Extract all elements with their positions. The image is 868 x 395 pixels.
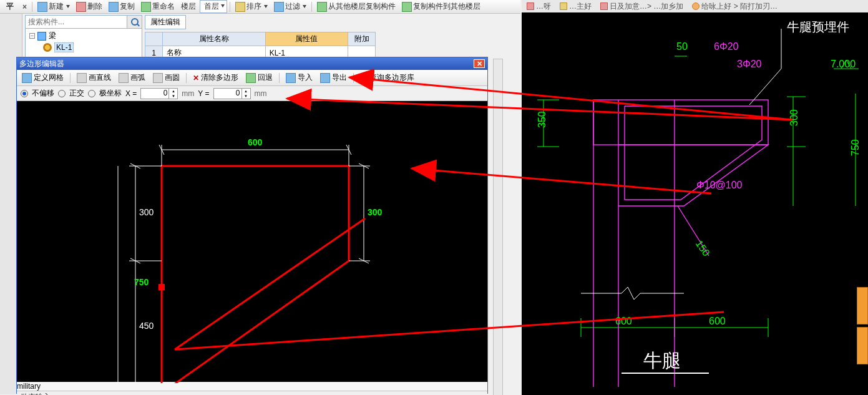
tab-close[interactable]: 平: [1, 1, 19, 12]
y-input[interactable]: 0▲▼: [213, 88, 251, 99]
delete-button[interactable]: 删除: [74, 1, 105, 12]
copy-icon: [109, 2, 119, 12]
tab-icon: [527, 2, 534, 10]
cad-tab-4[interactable]: 给咏上好 > 陌打加刃…: [690, 1, 780, 12]
left-panel: − 梁 KL-1: [25, 15, 142, 59]
sort-button[interactable]: 排序: [233, 1, 270, 12]
import-button[interactable]: 导入: [283, 72, 315, 84]
cad-text-3p20: 3Φ20: [737, 59, 762, 69]
export-icon: [320, 73, 330, 83]
cad-text-50: 50: [676, 41, 688, 52]
cad-tabs: …呀 …主好 日及加意…> …加乡加 给咏上好 > 陌打加刃…: [522, 0, 868, 12]
cad-text-350: 350: [537, 111, 547, 128]
chevron-down-icon: [66, 5, 70, 8]
grid-icon: [22, 73, 32, 83]
undo-button[interactable]: 回退: [243, 72, 275, 84]
spinner[interactable]: ▲▼: [241, 89, 250, 99]
cad-text-p10-100: Φ10@100: [696, 180, 743, 190]
search-icon: [131, 18, 139, 26]
dialog-titlebar[interactable]: 多边形编辑器 ✕: [17, 57, 487, 70]
side-handle-1[interactable]: [857, 287, 868, 324]
cad-text-7000: 7.000: [831, 59, 856, 69]
polygon-canvas[interactable]: 600 300 300 750 450: [17, 101, 487, 382]
query-library-button[interactable]: 查询多边形库: [358, 72, 417, 84]
collapse-icon[interactable]: −: [29, 33, 35, 39]
tree-root-beam[interactable]: − 梁: [29, 30, 139, 42]
cad-tab-1[interactable]: …呀: [524, 1, 553, 12]
cad-text-niu-tui: 牛腿: [643, 350, 681, 371]
filter-button[interactable]: 过滤: [271, 1, 309, 12]
new-icon: [37, 2, 47, 12]
property-grid: 属性名称 属性值 附加 1 名称 KL-1: [145, 32, 376, 60]
cad-text-embed: 牛腿预埋件: [787, 20, 849, 34]
floor-button[interactable]: 楼层: [178, 1, 198, 12]
cad-text-750: 750: [850, 139, 861, 156]
delete-icon: [76, 2, 86, 12]
col-extra[interactable]: 附加: [348, 32, 376, 46]
radio-no-offset[interactable]: [21, 90, 28, 97]
cad-text-6p20: 6Φ20: [714, 41, 739, 52]
dialog-title: 多边形编辑器: [19, 59, 64, 69]
cad-text-300: 300: [789, 109, 799, 126]
copy-button[interactable]: 复制: [106, 1, 137, 12]
sort-icon: [235, 2, 245, 12]
search-icon: [361, 74, 367, 80]
svg-rect-0: [158, 284, 165, 290]
copy-to-other-button[interactable]: 复制构件到其他楼层: [399, 1, 483, 12]
export-button[interactable]: 导出: [318, 72, 349, 84]
draw-line-button[interactable]: 画直线: [74, 72, 114, 84]
tree-item-kl1[interactable]: KL-1: [29, 42, 139, 53]
tab-icon: [560, 2, 567, 10]
dim-450: 450: [139, 321, 154, 331]
radio-polar[interactable]: [88, 90, 95, 97]
copy-from-icon: [317, 2, 327, 12]
cad-text-150: 150: [694, 238, 712, 258]
rename-button[interactable]: 重命名: [139, 1, 177, 12]
dim-300-right: 300: [368, 207, 382, 217]
cad-canvas[interactable]: 50 350 300 750 150 600 600 7.000 6Φ20 3Φ…: [522, 12, 868, 395]
new-button[interactable]: 新建: [35, 1, 72, 12]
import-icon: [286, 73, 296, 83]
property-tab[interactable]: 属性编辑: [145, 15, 186, 29]
side-handle-2[interactable]: [857, 327, 868, 364]
spinner[interactable]: ▲▼: [168, 89, 177, 99]
property-panel: 属性编辑 属性名称 属性值 附加 1 名称 KL-1: [145, 15, 520, 60]
cad-tab-3[interactable]: 日及加意…> …加乡加: [598, 1, 686, 12]
floor-select[interactable]: 首层: [200, 0, 227, 13]
clear-icon: ✕: [193, 74, 199, 82]
cad-tab-2[interactable]: …主好: [557, 1, 594, 12]
x-input[interactable]: 0▲▼: [140, 88, 178, 99]
copy-from-other-button[interactable]: 从其他楼层复制构件: [315, 1, 398, 12]
circle-icon: [153, 73, 163, 83]
radio-ortho[interactable]: [58, 90, 66, 97]
filter-icon: [274, 2, 284, 12]
undo-icon: [246, 73, 256, 83]
cad-text-600b: 600: [709, 316, 726, 326]
component-tree: − 梁 KL-1: [25, 29, 142, 59]
dim-750: 750: [134, 277, 149, 287]
col-name[interactable]: 属性名称: [163, 32, 266, 46]
copy-to-icon: [402, 2, 412, 12]
define-grid-button[interactable]: 定义网格: [19, 72, 66, 84]
arc-icon: [119, 73, 129, 83]
dialog-statusbar: 动态输入: [17, 391, 487, 395]
cad-view[interactable]: …呀 …主好 日及加意…> …加乡加 给咏上好 > 陌打加刃…: [522, 0, 868, 395]
clear-polygon-button[interactable]: ✕清除多边形: [190, 72, 241, 84]
col-value[interactable]: 属性值: [265, 32, 348, 46]
search-button[interactable]: [127, 16, 142, 28]
line-icon: [77, 73, 87, 83]
search-input[interactable]: [26, 16, 127, 28]
dim-300-left: 300: [139, 207, 154, 217]
draw-circle-button[interactable]: 画圆: [150, 72, 182, 84]
gear-icon: [43, 43, 52, 52]
close-tab-x[interactable]: ×: [20, 2, 29, 11]
tab-icon: [600, 2, 608, 10]
dialog-toolbar: 定义网格 画直线 画弧 画圆 ✕清除多边形 回退 导入 导出 查询多边形库: [17, 70, 487, 86]
draw-arc-button[interactable]: 画弧: [116, 72, 148, 84]
svg-rect-31: [593, 100, 768, 145]
main-toolbar: 平 × 新建 删除 复制 重命名 楼层 首层 排序 过滤 从其他楼层复制构件 复…: [0, 0, 520, 14]
beam-icon: [37, 32, 46, 41]
dialog-close-button[interactable]: ✕: [474, 59, 485, 68]
polygon-editor-dialog: 多边形编辑器 ✕ 定义网格 画直线 画弧 画圆 ✕清除多边形 回退 导入 导出 …: [16, 57, 488, 394]
tab-icon: [692, 2, 700, 10]
